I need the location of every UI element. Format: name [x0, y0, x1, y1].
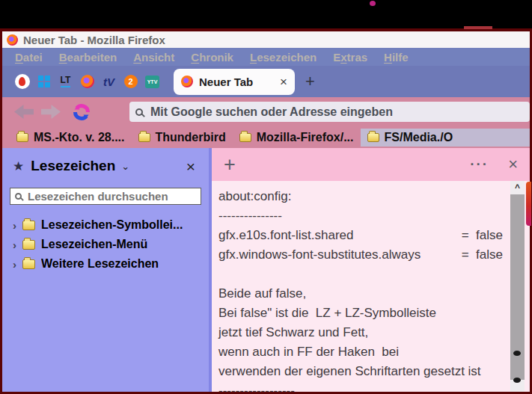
note-text: ------------------	[218, 381, 295, 392]
twisty-icon[interactable]: ›	[13, 238, 16, 251]
pinned-tab-lt[interactable]: LT	[55, 69, 76, 94]
pinned-tab-tv[interactable]: tV	[98, 69, 120, 94]
folder-label: Lesezeichen-Menü	[41, 238, 147, 251]
pinned-tab-flame[interactable]	[11, 69, 33, 94]
note-menu-icon[interactable]: ···	[470, 156, 489, 173]
border-accent	[464, 26, 492, 29]
lt-icon: LT	[61, 76, 71, 87]
firefox-icon	[81, 75, 94, 88]
twisty-icon[interactable]: ›	[13, 219, 16, 232]
navigation-bar	[2, 97, 530, 126]
menu-item-datei[interactable]: Datei	[8, 51, 49, 64]
folder-icon	[239, 133, 251, 142]
sidebar-close-icon[interactable]: ×	[186, 158, 195, 174]
background-app-sliver	[526, 182, 531, 226]
scroll-handle-icon[interactable]	[513, 378, 521, 383]
sidebar-title[interactable]: Lesezeichen	[31, 158, 115, 174]
url-bar[interactable]	[129, 102, 530, 122]
note-add-icon[interactable]: +	[224, 155, 236, 175]
pinned-tab-firefox[interactable]	[76, 69, 98, 94]
pinned-tab-zdf[interactable]: 2	[120, 69, 141, 94]
window-title: Neuer Tab - Mozilla Firefox	[23, 34, 165, 46]
back-icon[interactable]	[14, 105, 34, 119]
search-icon	[135, 108, 143, 116]
flame-icon	[15, 74, 30, 89]
bookmark-item[interactable]: Mozilla-Firefox/...	[233, 129, 361, 147]
pinned-tab-windows[interactable]	[33, 69, 55, 94]
menu-item-chronik[interactable]: Chronik	[184, 51, 240, 64]
note-text: ---------------	[218, 206, 282, 226]
bookmark-label: FS/Media./O	[385, 131, 453, 144]
note-line: wenn auch in FF der Haken bei	[218, 342, 504, 362]
pinned-tab-ytv[interactable]: YTV	[141, 69, 163, 94]
sidebar-folder-row[interactable]: ›Lesezeichen-Menü	[2, 235, 209, 254]
note-line: about:config:	[218, 187, 504, 206]
scroll-up-icon[interactable]: ^	[510, 181, 525, 194]
zdf-icon: 2	[124, 75, 138, 88]
note-text: Beide auf false,	[218, 284, 306, 304]
bookmark-item[interactable]: Thunderbird	[132, 129, 233, 147]
url-input[interactable]	[149, 105, 524, 120]
note-header[interactable]: + ··· ×	[212, 148, 530, 181]
content-area: ★ Lesezeichen ⌄ × ›Lesezeichen-Symbollei…	[2, 148, 530, 392]
tab-label: Neuer Tab	[199, 76, 274, 88]
note-line: ---------------	[218, 206, 504, 226]
note-value: = false	[462, 226, 504, 245]
note-text: about:config:	[218, 187, 291, 206]
folder-icon	[367, 133, 379, 142]
note-line: gfx.windows-font-substitutes.always= fal…	[218, 245, 504, 265]
note-line: Beide auf false,	[218, 284, 504, 304]
forward-icon[interactable]	[41, 105, 61, 119]
ytv-icon: YTV	[145, 76, 159, 88]
menu-item-ansicht[interactable]: Ansicht	[126, 51, 181, 64]
menu-item-extras[interactable]: Extras	[326, 51, 374, 64]
note-body[interactable]: about:config:---------------gfx.e10s.fon…	[212, 181, 530, 392]
twisty-icon[interactable]: ›	[13, 258, 16, 271]
note-text: jetzt tief Schwarz und Fett,	[218, 323, 368, 342]
title-bar[interactable]: Neuer Tab - Mozilla Firefox	[2, 31, 530, 48]
firefox-icon	[7, 34, 18, 46]
menu-item-bearbeiten[interactable]: Bearbeiten	[52, 51, 124, 64]
note-line: verwenden der eigenen Schriftarten geset…	[218, 362, 504, 381]
sticky-note-panel: + ··· × about:config:---------------gfx.…	[212, 148, 530, 392]
note-line: Bei false" ist die LZ + LZ-Symbolleiste	[218, 304, 504, 323]
folder-icon	[138, 133, 150, 142]
sidebar-search-input[interactable]	[26, 189, 196, 203]
bookmark-item[interactable]: FS/Media./O	[361, 129, 530, 147]
folder-label: Lesezeichen-Symbollei...	[41, 218, 183, 232]
menu-item-lesezeichen[interactable]: Lesezeichen	[243, 51, 323, 64]
bookmark-label: Thunderbird	[156, 131, 226, 144]
sidebar-folder-row[interactable]: ›Lesezeichen-Symbollei...	[2, 215, 209, 235]
bookmark-label: MS.-Kto. v. 28....	[34, 131, 125, 144]
pinned-tabs: LTtV2YTV	[11, 69, 163, 94]
bookmark-label: Mozilla-Firefox/...	[257, 131, 354, 144]
desktop-dot	[370, 1, 376, 6]
folder-icon	[22, 240, 35, 250]
sidebar-search-box[interactable]	[10, 188, 201, 205]
search-icon	[15, 193, 22, 200]
star-icon: ★	[13, 158, 24, 174]
reload-icon[interactable]	[73, 103, 91, 121]
tv-icon: tV	[103, 76, 114, 88]
bookmark-item[interactable]: MS.-Kto. v. 28....	[10, 129, 132, 147]
note-line: gfx.e10s.font-list.shared= false	[218, 226, 504, 245]
scroll-handle-icon[interactable]	[513, 351, 521, 356]
note-close-icon[interactable]: ×	[508, 156, 518, 173]
new-tab-button[interactable]: +	[305, 73, 315, 90]
bookmarks-toolbar: MS.-Kto. v. 28....ThunderbirdMozilla-Fir…	[2, 126, 530, 148]
note-line: ------------------	[218, 381, 504, 392]
menu-item-hilfe[interactable]: Hilfe	[377, 51, 415, 64]
note-text: verwenden der eigenen Schriftarten geset…	[218, 362, 481, 381]
sidebar-folder-row[interactable]: ›Weitere Lesezeichen	[2, 254, 209, 274]
folder-icon	[22, 221, 35, 230]
note-scrollbar[interactable]: ^	[510, 181, 525, 392]
tab-close-icon[interactable]: ×	[280, 76, 287, 88]
chevron-down-icon[interactable]: ⌄	[121, 161, 129, 172]
note-text: gfx.windows-font-substitutes.always	[218, 245, 421, 265]
note-line	[218, 265, 504, 284]
tab-neuer-tab[interactable]: Neuer Tab ×	[174, 69, 295, 95]
folder-icon	[22, 259, 35, 269]
sidebar-folder-list: ›Lesezeichen-Symbollei...›Lesezeichen-Me…	[2, 215, 209, 274]
folder-icon	[16, 133, 28, 142]
tab-bar: LTtV2YTV Neuer Tab × +	[2, 66, 530, 97]
